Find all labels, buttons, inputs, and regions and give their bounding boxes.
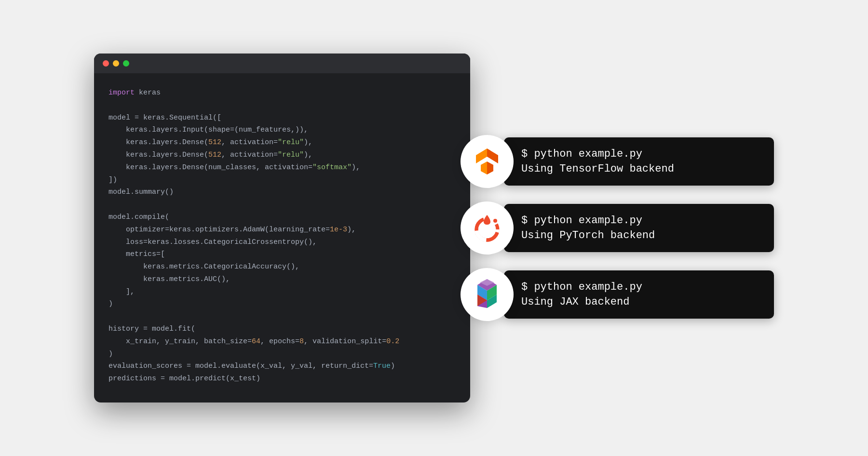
code-line: optimizer=keras.optimizers.AdamW(learnin… [108,224,456,236]
code-line: keras.layers.Input(shape=(num_features,)… [108,124,456,136]
code-editor-window: import keras model = keras.Sequential([ … [94,54,470,402]
jax-row: $ python example.py Using JAX backend [461,268,774,321]
code-line: keras.metrics.AUC(), [108,273,456,286]
tensorflow-command: $ python example.py [521,148,757,160]
code-line: model.compile( [108,211,456,224]
code-line: keras.metrics.CategoricalAccuracy(), [108,261,456,273]
pytorch-logo [461,201,514,255]
tensorflow-output: Using TensorFlow backend [521,163,757,175]
pytorch-row: $ python example.py Using PyTorch backen… [461,201,774,255]
code-line: metrics=[ [108,248,456,261]
tensorflow-logo [461,135,514,188]
minimize-dot[interactable] [113,60,119,67]
code-line: ]) [108,174,456,187]
titlebar [94,54,470,73]
code-line: ) [108,348,456,361]
code-line: keras.layers.Dense(512, activation="relu… [108,136,456,149]
svg-point-8 [493,219,497,223]
code-line: keras.layers.Dense(num_classes, activati… [108,161,456,174]
pytorch-output: Using PyTorch backend [521,229,757,241]
code-line: loss=keras.losses.CategoricalCrossentrop… [108,236,456,249]
main-container: import keras model = keras.Sequential([ … [94,54,774,402]
code-line: ], [108,286,456,298]
code-line: import keras [108,87,456,99]
close-dot[interactable] [103,60,109,67]
code-area: import keras model = keras.Sequential([ … [94,73,470,402]
code-line: predictions = model.predict(x_test) [108,373,456,385]
jax-command: $ python example.py [521,281,757,293]
code-line [108,199,456,211]
backends-panel: $ python example.py Using TensorFlow bac… [461,135,774,321]
jax-output: Using JAX backend [521,296,757,308]
maximize-dot[interactable] [123,60,129,67]
code-line: model = keras.Sequential([ [108,112,456,124]
code-line [108,310,456,323]
code-line: ) [108,298,456,310]
code-line: x_train, y_train, batch_size=64, epochs=… [108,335,456,348]
tensorflow-terminal: $ python example.py Using TensorFlow bac… [504,137,774,186]
pytorch-terminal: $ python example.py Using PyTorch backen… [504,204,774,252]
code-line [108,99,456,112]
code-line: history = model.fit( [108,323,456,335]
code-line: model.summary() [108,186,456,199]
jax-logo [461,268,514,321]
code-line: evaluation_scores = model.evaluate(x_val… [108,360,456,373]
tensorflow-row: $ python example.py Using TensorFlow bac… [461,135,774,188]
pytorch-command: $ python example.py [521,215,757,227]
jax-terminal: $ python example.py Using JAX backend [504,270,774,319]
code-line: keras.layers.Dense(512, activation="relu… [108,149,456,161]
